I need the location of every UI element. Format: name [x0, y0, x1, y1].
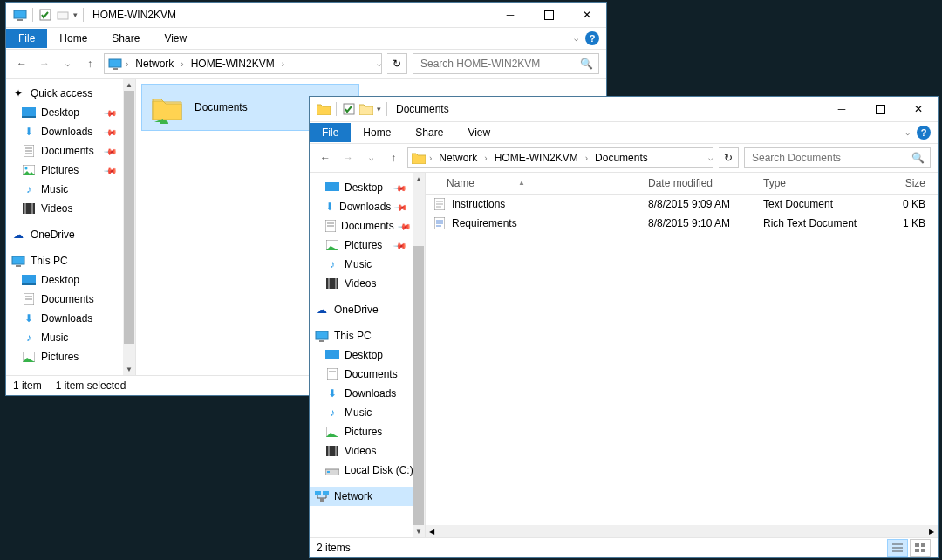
crumb-network[interactable]: Network: [435, 150, 481, 166]
maximize-button[interactable]: [861, 97, 899, 121]
refresh-button[interactable]: ↻: [387, 53, 407, 74]
minimize-button[interactable]: ─: [491, 3, 529, 27]
up-button[interactable]: ↑: [81, 55, 99, 72]
addr-dropdown[interactable]: ⌵: [708, 154, 713, 162]
maximize-button[interactable]: [529, 3, 568, 27]
search-input[interactable]: 🔍: [413, 53, 599, 74]
icons-view-button[interactable]: [910, 539, 931, 557]
back-button[interactable]: ←: [317, 149, 334, 167]
crumb-documents[interactable]: Documents: [591, 150, 652, 166]
nav-pc-desktop[interactable]: Desktop: [6, 270, 135, 290]
forward-button[interactable]: →: [36, 55, 53, 72]
details-view-button[interactable]: [887, 539, 908, 557]
nav-pictures[interactable]: Pictures📌: [6, 160, 135, 180]
addr-dropdown[interactable]: ⌵: [377, 59, 381, 68]
file-list[interactable]: Instructions 8/8/2015 9:09 AM Text Docum…: [426, 195, 938, 525]
tab-home[interactable]: Home: [47, 29, 99, 48]
qat-customize[interactable]: ▾: [377, 105, 381, 113]
nav-pc-pictures[interactable]: Pictures: [310, 422, 425, 441]
nav-pictures[interactable]: Pictures📌: [310, 236, 425, 255]
nav-thispc[interactable]: This PC: [6, 251, 135, 270]
tab-file[interactable]: File: [310, 123, 351, 142]
nav-quick-access[interactable]: ✦Quick access: [6, 84, 135, 103]
svg-rect-5: [109, 59, 121, 67]
svg-rect-47: [315, 491, 321, 495]
properties-qat-icon[interactable]: [342, 102, 356, 116]
refresh-button[interactable]: ↻: [719, 147, 739, 168]
titlebar[interactable]: ▾ Documents ─ ✕: [310, 97, 938, 122]
h-scrollbar[interactable]: ◀▶: [426, 525, 938, 537]
nav-onedrive[interactable]: ☁OneDrive: [310, 300, 425, 319]
tile-label: Documents: [195, 101, 248, 113]
nav-thispc[interactable]: This PC: [310, 326, 425, 345]
nav-documents[interactable]: Documents📌: [6, 141, 135, 160]
tab-share[interactable]: Share: [403, 123, 455, 142]
breadcrumb[interactable]: › Network › HOME-WIN2KVM › Documents ⌵: [407, 147, 713, 168]
tab-view[interactable]: View: [455, 123, 502, 142]
nav-scrollbar[interactable]: ▲▼: [123, 79, 135, 375]
ribbon-expand[interactable]: ⌵: [574, 34, 578, 43]
file-row[interactable]: Requirements 8/8/2015 9:10 AM Rich Text …: [426, 214, 938, 233]
nav-music[interactable]: ♪Music: [310, 255, 425, 274]
nav-desktop[interactable]: Desktop📌: [6, 103, 135, 122]
tab-view[interactable]: View: [152, 29, 199, 48]
nav-pc-downloads[interactable]: ⬇Downloads: [6, 309, 135, 328]
properties-qat-icon[interactable]: [38, 8, 52, 22]
nav-downloads[interactable]: ⬇Downloads📌: [310, 197, 425, 216]
help-icon[interactable]: ?: [917, 126, 931, 140]
ribbon-expand[interactable]: ⌵: [905, 128, 910, 137]
tab-home[interactable]: Home: [351, 123, 403, 142]
column-headers[interactable]: Name▲ Date modified Type Size: [426, 173, 938, 195]
file-row[interactable]: Instructions 8/8/2015 9:09 AM Text Docum…: [426, 195, 938, 214]
tab-share[interactable]: Share: [99, 29, 152, 48]
qat-customize[interactable]: ▾: [73, 10, 78, 19]
crumb-network[interactable]: Network: [132, 56, 177, 72]
history-dropdown[interactable]: ⌵: [362, 149, 379, 167]
nav-music[interactable]: ♪Music: [6, 180, 135, 199]
close-button[interactable]: ✕: [568, 3, 606, 27]
window-title: Documents: [396, 103, 449, 115]
minimize-button[interactable]: ─: [823, 97, 861, 121]
svg-rect-20: [22, 275, 36, 283]
nav-pc-documents[interactable]: Documents: [310, 365, 425, 384]
network-icon: [315, 489, 329, 503]
newfolder-qat-icon[interactable]: [359, 102, 373, 116]
help-icon[interactable]: ?: [585, 31, 599, 45]
nav-pc-desktop[interactable]: Desktop: [310, 345, 425, 365]
pin-icon: 📌: [393, 238, 407, 252]
nav-pc-music[interactable]: ♪Music: [6, 328, 135, 347]
nav-network[interactable]: Network: [310, 487, 425, 506]
crumb-host[interactable]: HOME-WIN2KVM: [491, 150, 582, 166]
nav-desktop[interactable]: Desktop📌: [310, 178, 425, 197]
search-input[interactable]: 🔍: [744, 147, 931, 168]
nav-pc-downloads[interactable]: ⬇Downloads: [310, 384, 425, 403]
titlebar[interactable]: ▾ HOME-WIN2KVM ─ ✕: [6, 3, 606, 28]
shared-folder-icon: [149, 89, 186, 126]
nav-onedrive[interactable]: ☁OneDrive: [6, 225, 135, 244]
close-button[interactable]: ✕: [899, 97, 938, 121]
nav-pc-pictures[interactable]: Pictures: [6, 347, 135, 366]
tab-file[interactable]: File: [6, 29, 47, 48]
music-icon: ♪: [325, 257, 339, 271]
svg-rect-0: [14, 10, 26, 18]
nav-videos[interactable]: Videos: [310, 274, 425, 293]
nav-documents[interactable]: Documents📌: [310, 216, 425, 236]
nav-pc-videos[interactable]: Videos: [310, 441, 425, 461]
svg-rect-49: [320, 498, 324, 502]
pictures-icon: [325, 425, 339, 439]
forward-button[interactable]: →: [339, 149, 357, 167]
nav-localdisk[interactable]: Local Disk (C:): [310, 461, 425, 480]
history-dropdown[interactable]: ⌵: [58, 55, 76, 72]
newfolder-qat-icon[interactable]: [56, 8, 70, 22]
document-icon: [325, 367, 339, 381]
nav-videos[interactable]: Videos: [6, 199, 135, 218]
breadcrumb[interactable]: › Network › HOME-WIN2KVM › ⌵: [104, 53, 382, 74]
nav-pc-music[interactable]: ♪Music: [310, 403, 425, 422]
nav-scrollbar[interactable]: ▲▼: [413, 173, 425, 537]
item-count: 2 items: [317, 542, 351, 554]
nav-downloads[interactable]: ⬇Downloads📌: [6, 122, 135, 141]
back-button[interactable]: ←: [13, 55, 31, 72]
up-button[interactable]: ↑: [385, 149, 402, 167]
crumb-host[interactable]: HOME-WIN2KVM: [188, 56, 278, 72]
nav-pc-documents[interactable]: Documents: [6, 290, 135, 309]
